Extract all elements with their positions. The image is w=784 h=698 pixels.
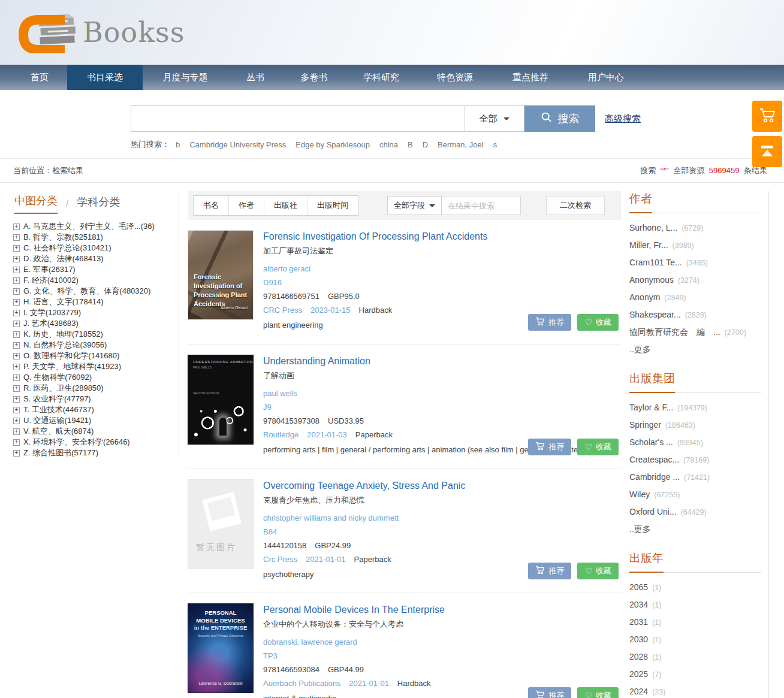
category-item[interactable]: +R. 医药、卫生(289850) <box>13 383 173 394</box>
facet-item[interactable]: Scholar's ...(93945) <box>629 434 761 451</box>
category-item[interactable]: +A. 马克思主义、列宁主义、毛泽...(36) <box>13 221 173 232</box>
expand-plus-icon[interactable]: + <box>13 234 20 241</box>
nav-item-4[interactable]: 丛书 <box>228 65 283 90</box>
book-author-link[interactable]: paul wells <box>263 389 585 398</box>
recommend-button[interactable]: 推荐 <box>528 439 571 455</box>
book-publisher-link[interactable]: Auerbach Publications <box>263 679 340 688</box>
favorite-button[interactable]: ♡收藏 <box>577 687 619 698</box>
book-clc-link[interactable]: TP3 <box>263 651 445 660</box>
book-title-link[interactable]: Forensic Investigation Of Processing Pla… <box>263 231 487 242</box>
tab-clc-classification[interactable]: 中图分类 <box>14 194 58 214</box>
category-item[interactable]: +H. 语言、文字(178414) <box>13 297 173 307</box>
search-input[interactable] <box>131 106 464 131</box>
site-logo[interactable]: Bookss <box>12 9 185 56</box>
book-cover[interactable]: PERSONALMOBILE DEVICESin the ENTERPRISES… <box>188 603 254 693</box>
expand-plus-icon[interactable]: + <box>13 277 20 284</box>
book-publisher-link[interactable]: CRC Press <box>263 306 302 315</box>
expand-plus-icon[interactable]: + <box>13 331 20 338</box>
facet-item[interactable]: 2034(1) <box>629 596 761 614</box>
facet-item[interactable]: 2031(1) <box>629 614 761 631</box>
recommend-button[interactable]: 推荐 <box>528 314 571 331</box>
nav-item-7[interactable]: 特色资源 <box>417 65 493 90</box>
hot-search-term[interactable]: Berman, Joel <box>438 140 484 149</box>
expand-plus-icon[interactable]: + <box>13 396 20 403</box>
hot-search-term[interactable]: D <box>423 140 428 149</box>
cart-button[interactable] <box>752 101 782 132</box>
facet-item[interactable]: Oxford Uni...(64429) <box>629 503 761 521</box>
expand-plus-icon[interactable]: + <box>13 439 20 446</box>
facet-more-link[interactable]: ..更多 <box>629 341 651 358</box>
nav-item-9[interactable]: 用户中心 <box>568 65 644 90</box>
expand-plus-icon[interactable]: + <box>13 256 20 262</box>
facet-item[interactable]: Wiley(67255) <box>629 486 761 503</box>
category-item[interactable]: +J. 艺术(438683) <box>13 318 173 329</box>
facet-more-link[interactable]: ..更多 <box>629 521 651 537</box>
hot-search-term[interactable]: s <box>493 140 497 149</box>
category-item[interactable]: +N. 自然科学总论(39056) <box>13 340 173 350</box>
favorite-button[interactable]: ♡收藏 <box>577 314 619 331</box>
facet-item[interactable]: 2028(1) <box>629 648 761 666</box>
favorite-button[interactable]: ♡收藏 <box>577 563 619 579</box>
book-author-link[interactable]: dobranski, lawrence gerard <box>263 637 445 646</box>
book-clc-link[interactable]: D916 <box>263 278 487 287</box>
facet-item[interactable]: Taylor & F...(194379) <box>629 399 761 416</box>
expand-plus-icon[interactable]: + <box>13 450 20 457</box>
category-item[interactable]: +K. 历史、地理(718552) <box>13 329 173 340</box>
category-item[interactable]: +E. 军事(26317) <box>13 264 173 275</box>
facet-item[interactable]: Miller, Fr...(3989) <box>629 237 761 254</box>
category-item[interactable]: +S. 农业科学(47797) <box>13 394 173 404</box>
expand-plus-icon[interactable]: + <box>13 428 20 435</box>
book-author-link[interactable]: christopher williams and nicky dummett <box>263 513 465 522</box>
expand-plus-icon[interactable]: + <box>13 342 20 349</box>
search-button[interactable]: 搜索 <box>524 105 595 132</box>
category-item[interactable]: +V. 航空、航天(6874) <box>13 426 173 437</box>
category-item[interactable]: +Z. 综合性图书(57177) <box>13 448 173 458</box>
book-clc-link[interactable]: J9 <box>263 403 585 412</box>
nav-item-2[interactable]: 书目采选 <box>67 65 143 90</box>
expand-plus-icon[interactable]: + <box>13 418 20 424</box>
category-item[interactable]: +D. 政治、法律(468413) <box>13 253 173 264</box>
book-cover[interactable]: Understanding AnimationPaul WellsSecond … <box>188 355 254 445</box>
category-item[interactable]: +G. 文化、科学、教育、体育(480320) <box>13 286 173 297</box>
back-to-top-button[interactable] <box>752 136 782 167</box>
expand-plus-icon[interactable]: + <box>13 407 20 413</box>
book-title-link[interactable]: Understanding Animation <box>263 356 585 367</box>
expand-plus-icon[interactable]: + <box>13 288 20 295</box>
expand-plus-icon[interactable]: + <box>13 374 20 381</box>
expand-plus-icon[interactable]: + <box>13 267 20 273</box>
category-item[interactable]: +B. 哲学、宗教(525181) <box>13 232 173 243</box>
category-item[interactable]: +C. 社会科学总论(310421) <box>13 243 173 253</box>
book-publisher-link[interactable]: Routledge <box>263 430 298 439</box>
category-item[interactable]: +T. 工业技术(446737) <box>13 404 173 415</box>
advanced-search-link[interactable]: 高级搜索 <box>605 113 641 125</box>
search-scope-select[interactable]: 全部 <box>464 106 524 131</box>
expand-plus-icon[interactable]: + <box>13 385 20 392</box>
nav-item-1[interactable]: 首页 <box>12 65 67 90</box>
expand-plus-icon[interactable]: + <box>13 321 20 327</box>
sort-button-4[interactable]: 出版时间 <box>307 196 358 215</box>
book-cover[interactable]: 暂无图片 <box>188 479 254 569</box>
sort-button-1[interactable]: 书名 <box>194 196 228 215</box>
sort-button-2[interactable]: 作者 <box>228 196 264 215</box>
category-item[interactable]: +Q. 生物科学(76092) <box>13 372 173 383</box>
expand-plus-icon[interactable]: + <box>13 353 20 359</box>
facet-item[interactable]: 2065(1) <box>629 579 761 596</box>
sort-button-3[interactable]: 出版社 <box>264 196 307 215</box>
book-title-link[interactable]: Personal Mobile Devices In The Enterpris… <box>263 605 445 615</box>
category-item[interactable]: +I. 文学(1203779) <box>13 307 173 318</box>
facet-item[interactable]: Createspac...(79169) <box>629 451 761 469</box>
hot-search-term[interactable]: B <box>408 140 413 149</box>
facet-item[interactable]: Anonymous(3274) <box>629 271 761 289</box>
nav-item-3[interactable]: 月度与专题 <box>143 65 228 90</box>
expand-plus-icon[interactable]: + <box>13 299 20 306</box>
expand-plus-icon[interactable]: + <box>13 245 20 252</box>
favorite-button[interactable]: ♡收藏 <box>577 439 619 455</box>
facet-item[interactable]: Anonym(2849) <box>629 289 761 306</box>
hot-search-term[interactable]: b <box>176 140 180 149</box>
recommend-button[interactable]: 推荐 <box>528 563 571 579</box>
hot-search-term[interactable]: china <box>379 140 398 149</box>
category-item[interactable]: +U. 交通运输(19421) <box>13 415 173 426</box>
book-clc-link[interactable]: B84 <box>263 527 465 536</box>
facet-item[interactable]: Surhone, L...(6729) <box>629 219 761 237</box>
facet-item[interactable]: 2030(1) <box>629 631 761 648</box>
